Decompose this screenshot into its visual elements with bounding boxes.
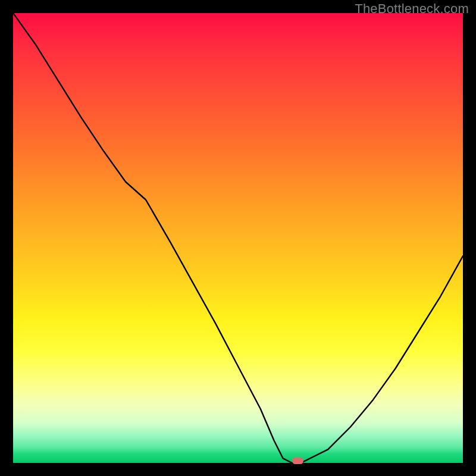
plot-area <box>13 13 463 463</box>
watermark-text: TheBottleneck.com <box>355 1 469 17</box>
bottleneck-curve <box>13 13 463 463</box>
chart-frame: TheBottleneck.com <box>0 0 476 476</box>
optimal-marker <box>292 458 303 464</box>
